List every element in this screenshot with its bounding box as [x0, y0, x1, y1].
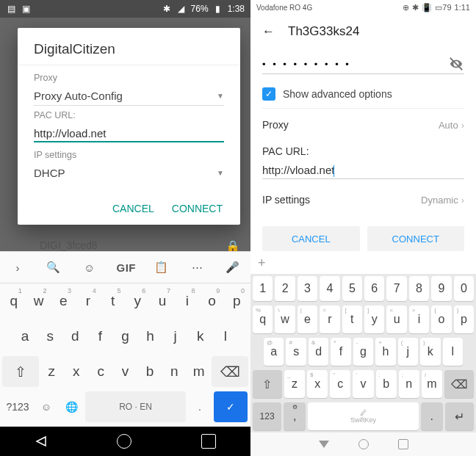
key-z[interactable]: _z: [284, 370, 305, 398]
search-icon[interactable]: 🔍: [45, 261, 62, 274]
key-q[interactable]: %q: [253, 305, 273, 333]
key-i[interactable]: >i: [409, 305, 429, 333]
key-g[interactable]: g: [113, 321, 137, 352]
comma-key[interactable]: ⚙,: [284, 402, 306, 430]
cancel-button[interactable]: CANCEL: [112, 203, 154, 214]
key-f[interactable]: f: [88, 321, 112, 352]
key-o[interactable]: {o: [431, 305, 451, 333]
key-u[interactable]: <u: [386, 305, 406, 333]
key-2[interactable]: 2: [275, 276, 295, 301]
key-e[interactable]: 3e: [51, 286, 75, 316]
pac-url-input[interactable]: http://vload.net: [262, 159, 464, 179]
pac-url-input[interactable]: http://vload.net: [34, 123, 224, 142]
key-w[interactable]: 2w: [27, 286, 51, 316]
connect-button[interactable]: CONNECT: [367, 226, 465, 251]
shift-key[interactable]: ⇧: [253, 370, 282, 398]
key-p[interactable]: }p: [454, 305, 474, 333]
home-button[interactable]: [117, 434, 131, 449]
key-c[interactable]: "c: [330, 370, 350, 398]
recent-button[interactable]: [201, 434, 216, 449]
key-q[interactable]: 1q: [2, 286, 26, 316]
key-t[interactable]: 5t: [101, 286, 125, 316]
key-f[interactable]: *f: [331, 338, 350, 366]
suggestion-bar[interactable]: +: [250, 253, 476, 274]
visibility-off-icon[interactable]: [448, 56, 464, 72]
password-field[interactable]: • • • • • • • • •: [262, 59, 351, 70]
numeric-key[interactable]: 123: [253, 402, 281, 430]
key-0[interactable]: 0: [454, 276, 474, 301]
key-b[interactable]: :b: [376, 370, 397, 398]
clipboard-icon[interactable]: 📋: [152, 261, 170, 274]
numeric-key[interactable]: ?123: [3, 391, 32, 422]
space-key[interactable]: RO · EN: [85, 391, 186, 422]
key-7[interactable]: 7: [386, 276, 406, 301]
key-l[interactable]: l: [214, 321, 237, 352]
period-key[interactable]: .: [189, 391, 211, 422]
key-v[interactable]: 'v: [353, 370, 373, 398]
key-a[interactable]: a: [13, 321, 37, 352]
key-u[interactable]: 7u: [151, 286, 174, 316]
chevron-right-icon[interactable]: ›: [9, 261, 26, 274]
period-key[interactable]: .: [421, 402, 443, 430]
key-l[interactable]: l: [443, 338, 463, 366]
emoji-key[interactable]: ☺: [35, 391, 57, 422]
key-x[interactable]: x: [65, 356, 87, 387]
key-r[interactable]: 4r: [76, 286, 100, 316]
key-8[interactable]: 8: [409, 276, 429, 301]
sticker-icon[interactable]: ☺: [81, 261, 98, 274]
key-1[interactable]: 1: [253, 276, 273, 301]
key-y[interactable]: 6y: [126, 286, 150, 316]
key-4[interactable]: 4: [320, 276, 339, 301]
key-g[interactable]: -g: [353, 338, 373, 366]
key-s[interactable]: #s: [286, 338, 306, 366]
key-y[interactable]: ]y: [364, 305, 384, 333]
key-i[interactable]: 8i: [176, 286, 199, 316]
show-advanced-checkbox[interactable]: ✓ Show advanced options: [262, 80, 464, 108]
more-icon[interactable]: ⋯: [188, 261, 206, 274]
connect-button[interactable]: CONNECT: [172, 203, 223, 214]
cancel-button[interactable]: CANCEL: [262, 226, 360, 251]
enter-key[interactable]: ↵: [445, 402, 474, 430]
back-button[interactable]: [319, 441, 329, 448]
key-d[interactable]: d: [63, 321, 87, 352]
home-button[interactable]: [358, 439, 369, 449]
key-b[interactable]: b: [138, 356, 161, 387]
key-m[interactable]: m: [187, 356, 210, 387]
key-n[interactable]: ;n: [399, 370, 419, 398]
key-k[interactable]: )k: [420, 338, 440, 366]
ip-settings-row[interactable]: IP settings Dynamic›: [262, 184, 464, 216]
key-9[interactable]: 9: [431, 276, 451, 301]
key-k[interactable]: k: [189, 321, 212, 352]
key-o[interactable]: 9o: [201, 286, 224, 316]
back-button[interactable]: [35, 435, 47, 447]
proxy-row[interactable]: Proxy Auto›: [262, 108, 464, 141]
key-x[interactable]: $x: [307, 370, 328, 398]
gif-button[interactable]: GIF: [116, 261, 134, 274]
key-z[interactable]: z: [40, 356, 63, 387]
backspace-key[interactable]: ⌫: [444, 370, 474, 398]
key-t[interactable]: [t: [342, 305, 362, 333]
language-key[interactable]: 🌐: [60, 391, 82, 422]
proxy-dropdown[interactable]: Proxy Auto-Config ▼: [34, 85, 224, 106]
key-5[interactable]: 5: [342, 276, 362, 301]
key-r[interactable]: =r: [320, 305, 339, 333]
key-m[interactable]: /m: [422, 370, 442, 398]
key-d[interactable]: &d: [309, 338, 328, 366]
shift-key[interactable]: ⇧: [2, 356, 39, 387]
key-3[interactable]: 3: [298, 276, 317, 301]
key-j[interactable]: j: [164, 321, 187, 352]
key-w[interactable]: \w: [275, 305, 295, 333]
key-s[interactable]: s: [38, 321, 62, 352]
key-v[interactable]: v: [114, 356, 137, 387]
key-h[interactable]: +h: [375, 338, 395, 366]
key-a[interactable]: @a: [264, 338, 284, 366]
key-c[interactable]: c: [89, 356, 112, 387]
key-n[interactable]: n: [163, 356, 186, 387]
recent-button[interactable]: [398, 439, 408, 449]
mic-icon[interactable]: 🎤: [224, 261, 242, 274]
backspace-key[interactable]: ⌫: [212, 356, 248, 387]
key-e[interactable]: |e: [298, 305, 317, 333]
back-button[interactable]: ←: [262, 24, 275, 39]
space-key[interactable]: 🖉 SwiftKey: [308, 402, 419, 430]
key-6[interactable]: 6: [364, 276, 384, 301]
